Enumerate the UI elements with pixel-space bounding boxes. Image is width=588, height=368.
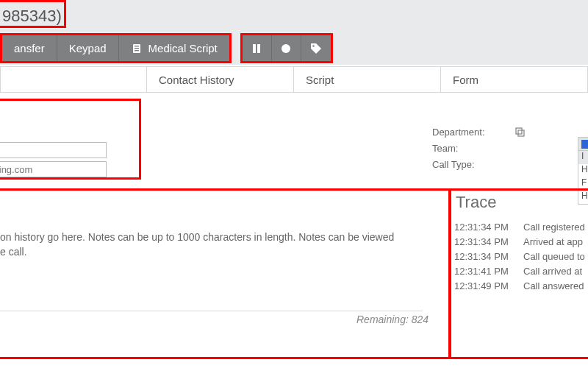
svg-rect-2 [135, 48, 139, 49]
trace-title: Trace [456, 193, 496, 212]
record-button[interactable] [272, 35, 301, 61]
dropdown-option[interactable]: I [578, 151, 588, 164]
trace-row: 12:31:34 PMArrived at app [454, 234, 588, 249]
tag-icon [310, 43, 322, 54]
svg-point-7 [312, 45, 315, 47]
tag-button[interactable] [301, 35, 331, 61]
contact-field-1[interactable] [0, 142, 107, 158]
tab-script[interactable]: Script [294, 66, 441, 93]
trace-list: 12:31:34 PMCall registered 12:31:34 PMAr… [454, 219, 588, 293]
keypad-label: Keypad [69, 42, 107, 54]
record-icon [281, 43, 291, 54]
notes-remaining: Remaining: 824 [356, 314, 429, 325]
tab-form[interactable]: Form [441, 66, 588, 93]
pause-icon [251, 43, 262, 54]
svg-rect-3 [135, 50, 139, 51]
transfer-label: ansfer [14, 42, 45, 54]
contact-email-field[interactable] [0, 161, 107, 177]
contact-fields-panel [0, 99, 141, 180]
transfer-button[interactable]: ansfer [2, 35, 57, 61]
medical-script-button[interactable]: Medical Script [119, 35, 229, 61]
notes-divider [0, 311, 423, 311]
trace-row: 12:31:34 PMCall queued to [454, 249, 588, 263]
tab-empty[interactable] [0, 66, 147, 93]
copy-icon[interactable] [513, 127, 526, 137]
svg-rect-1 [135, 46, 139, 46]
call-id-fragment: 985343) [0, 0, 66, 28]
svg-rect-8 [516, 128, 522, 134]
notes-text: on history go here. Notes can be up to 1… [0, 230, 434, 259]
department-label: Department: [432, 127, 513, 138]
keypad-button[interactable]: Keypad [57, 35, 119, 61]
pause-button[interactable] [243, 35, 272, 61]
svg-rect-4 [253, 44, 256, 53]
svg-rect-9 [518, 130, 524, 136]
dropdown-option[interactable]: H [578, 164, 588, 177]
tab-contact-history[interactable]: Contact History [147, 66, 294, 93]
team-label: Team: [432, 143, 513, 154]
svg-rect-5 [257, 44, 260, 53]
tab-strip: Contact History Script Form Salesforce [0, 66, 588, 93]
medical-script-label: Medical Script [148, 42, 218, 54]
trace-row: 12:31:34 PMCall registered [454, 219, 588, 234]
notes-panel-outline [0, 188, 451, 359]
clipboard-icon [131, 43, 143, 54]
trace-row: 12:31:41 PMCall arrived at [454, 263, 588, 278]
svg-point-6 [282, 44, 290, 53]
call-metadata: Department: Team: Call Type: [432, 124, 588, 172]
blue-square-icon [581, 140, 588, 149]
call-type-label: Call Type: [432, 159, 513, 170]
trace-row: 12:31:49 PMCall answered [454, 278, 588, 293]
